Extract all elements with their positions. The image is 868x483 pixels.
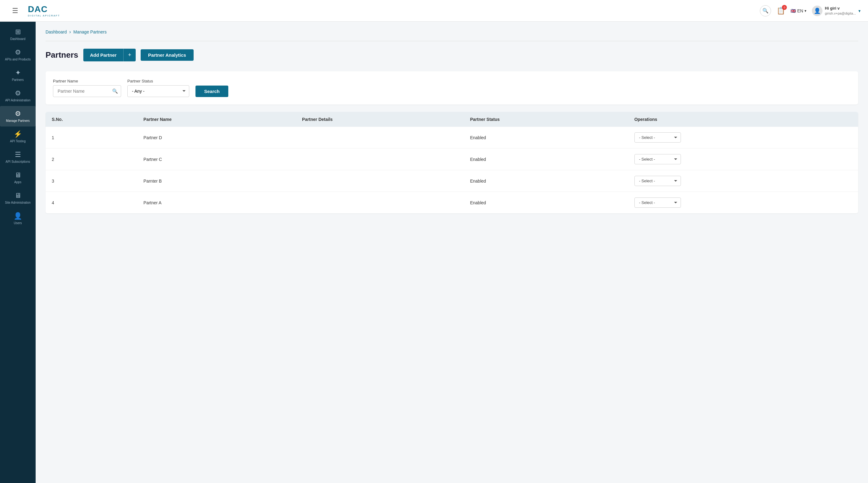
cell-partner-name: Partner D <box>137 127 296 148</box>
cell-partner-status: Enabled <box>464 148 628 170</box>
breadcrumb-separator: › <box>69 29 71 35</box>
table-row: 1 Partner D Enabled - Select - Edit Dele… <box>45 127 858 148</box>
col-sno: S.No. <box>45 112 137 127</box>
user-chevron-icon: ▾ <box>859 8 861 13</box>
operations-select[interactable]: - Select - Edit Delete Disable <box>634 132 681 143</box>
cell-sno: 2 <box>45 148 137 170</box>
header-search-button[interactable]: 🔍 <box>760 5 771 17</box>
sidebar-item-label: Apps <box>14 180 21 184</box>
sidebar-item-partners[interactable]: ✦ Partners <box>0 65 36 86</box>
partners-table: S.No. Partner Name Partner Details Partn… <box>45 112 858 213</box>
breadcrumb-divider <box>45 41 858 41</box>
filter-row: Partner Name 🔍 Partner Status - Any - En… <box>53 79 851 97</box>
sidebar-item-api-testing[interactable]: ⚡ API Testing <box>0 126 36 147</box>
search-button[interactable]: Search <box>195 86 228 97</box>
table-header-row: S.No. Partner Name Partner Details Partn… <box>45 112 858 127</box>
table-row: 4 Partner A Enabled - Select - Edit Dele… <box>45 192 858 214</box>
cell-partner-name: Partner A <box>137 192 296 214</box>
col-operations: Operations <box>628 112 858 127</box>
sidebar: ⊞ Dashboard ⚙ APIs and Products ✦ Partne… <box>0 22 36 483</box>
cell-partner-details <box>296 192 464 214</box>
header-right: 🔍 📋 0 🇬🇧 EN ▾ 👤 Hi giri v girish.v+pa@di… <box>760 5 861 17</box>
col-partner-status: Partner Status <box>464 112 628 127</box>
user-menu[interactable]: 👤 Hi giri v girish.v+pa@digita... ▾ <box>812 6 861 16</box>
add-partner-button[interactable]: Add Partner <box>83 49 124 61</box>
main-content: Dashboard › Manage Partners Partners Add… <box>36 22 868 483</box>
apis-icon: ⚙ <box>15 48 21 56</box>
flag-icon: 🇬🇧 <box>790 8 796 13</box>
partner-name-input-wrap: 🔍 <box>53 85 121 97</box>
sidebar-toggle[interactable]: ☰ <box>7 3 23 19</box>
api-admin-icon: ⚙ <box>15 89 21 97</box>
sidebar-item-api-subscriptions[interactable]: ☰ API Subscriptions <box>0 147 36 167</box>
operations-select[interactable]: - Select - Edit Delete Disable <box>634 176 681 186</box>
cell-partner-status: Enabled <box>464 170 628 192</box>
notifications-button[interactable]: 📋 0 <box>777 7 785 15</box>
logo-main: DAC <box>28 4 65 14</box>
sidebar-item-apis-products[interactable]: ⚙ APIs and Products <box>0 45 36 65</box>
cell-sno: 4 <box>45 192 137 214</box>
sidebar-item-api-administration[interactable]: ⚙ API Administration <box>0 86 36 106</box>
table-row: 3 Parnter B Enabled - Select - Edit Dele… <box>45 170 858 192</box>
language-selector[interactable]: 🇬🇧 EN ▾ <box>790 8 806 13</box>
add-partner-icon-button[interactable]: + <box>123 49 136 61</box>
sidebar-item-label: API Testing <box>10 140 25 143</box>
main-layout: ⊞ Dashboard ⚙ APIs and Products ✦ Partne… <box>0 22 868 483</box>
language-label: EN <box>797 8 803 13</box>
table-body: 1 Partner D Enabled - Select - Edit Dele… <box>45 127 858 213</box>
table-header: S.No. Partner Name Partner Details Partn… <box>45 112 858 127</box>
sidebar-item-dashboard[interactable]: ⊞ Dashboard <box>0 24 36 45</box>
cell-partner-name: Parnter B <box>137 170 296 192</box>
cell-operations: - Select - Edit Delete Disable <box>628 148 858 170</box>
cell-operations: - Select - Edit Delete Disable <box>628 170 858 192</box>
cell-operations: - Select - Edit Delete Disable <box>628 192 858 214</box>
sidebar-item-label: API Subscriptions <box>6 160 30 164</box>
breadcrumb-parent[interactable]: Dashboard <box>45 29 67 34</box>
header: ☰ DAC DIGITAL APICRAFT 🔍 📋 0 🇬🇧 EN ▾ 👤 H… <box>0 0 868 22</box>
users-icon: 👤 <box>13 212 22 220</box>
partner-name-filter: Partner Name 🔍 <box>53 79 121 97</box>
add-partner-btn-group: Add Partner + <box>83 49 136 61</box>
cell-partner-name: Partner C <box>137 148 296 170</box>
sidebar-item-label: Users <box>13 221 22 225</box>
partner-name-search-icon: 🔍 <box>112 88 118 94</box>
partner-status-filter: Partner Status - Any - Enabled Disabled <box>127 79 189 97</box>
user-name: Hi giri v <box>825 6 856 11</box>
sidebar-item-site-administration[interactable]: 🖥 Site Administration <box>0 188 36 208</box>
sidebar-item-users[interactable]: 👤 Users <box>0 208 36 229</box>
api-testing-icon: ⚡ <box>13 130 22 138</box>
page-header: Partners Add Partner + Partner Analytics <box>45 49 858 61</box>
partner-status-select[interactable]: - Any - Enabled Disabled <box>127 85 189 97</box>
subscriptions-icon: ☰ <box>15 151 21 159</box>
partner-analytics-button[interactable]: Partner Analytics <box>141 49 194 61</box>
cell-partner-details <box>296 127 464 148</box>
user-email: girish.v+pa@digita... <box>825 11 856 16</box>
cell-partner-status: Enabled <box>464 127 628 148</box>
cell-operations: - Select - Edit Delete Disable <box>628 127 858 148</box>
chevron-down-icon: ▾ <box>805 9 806 13</box>
sidebar-item-apps[interactable]: 🖥 Apps <box>0 167 36 188</box>
operations-select[interactable]: - Select - Edit Delete Disable <box>634 154 681 164</box>
apps-icon: 🖥 <box>14 171 21 179</box>
sidebar-item-label: APIs and Products <box>5 58 31 61</box>
operations-select[interactable]: - Select - Edit Delete Disable <box>634 197 681 208</box>
breadcrumb-current: Manage Partners <box>73 29 106 34</box>
partner-name-label: Partner Name <box>53 79 121 83</box>
site-admin-icon: 🖥 <box>14 192 21 200</box>
partners-table-container: S.No. Partner Name Partner Details Partn… <box>45 112 858 213</box>
sidebar-item-label: Manage Partners <box>6 119 30 123</box>
sidebar-item-manage-partners[interactable]: ⚙ Manage Partners <box>0 106 36 126</box>
page-title: Partners <box>45 50 79 60</box>
sidebar-item-label: Partners <box>12 78 24 82</box>
partner-name-input[interactable] <box>53 85 121 97</box>
cell-partner-details <box>296 148 464 170</box>
cell-partner-status: Enabled <box>464 192 628 214</box>
sidebar-item-label: Site Administration <box>5 201 31 205</box>
manage-partners-icon: ⚙ <box>15 110 21 118</box>
partner-status-label: Partner Status <box>127 79 189 83</box>
cell-sno: 1 <box>45 127 137 148</box>
notification-badge: 0 <box>782 5 787 10</box>
col-partner-details: Partner Details <box>296 112 464 127</box>
dashboard-icon: ⊞ <box>15 28 21 36</box>
cell-partner-details <box>296 170 464 192</box>
